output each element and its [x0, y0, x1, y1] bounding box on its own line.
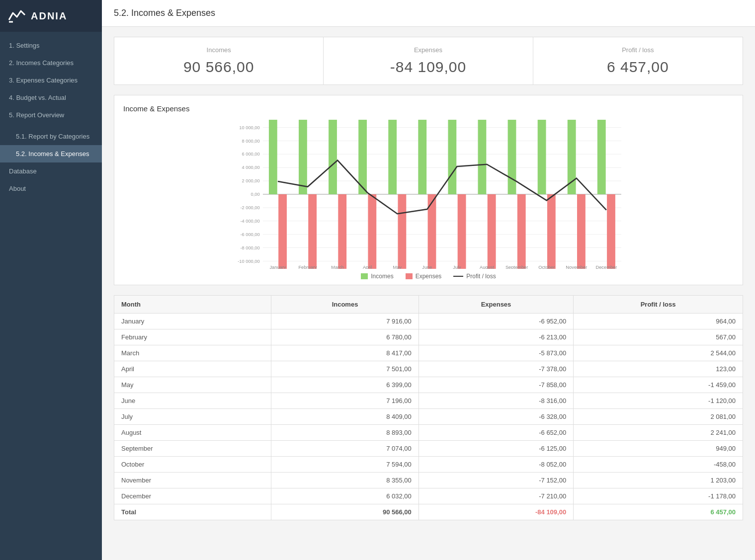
svg-text:10 000,00: 10 000,00	[239, 125, 259, 130]
month-label-december: December	[595, 265, 617, 269]
cell-expenses: -6 952,00	[419, 314, 573, 329]
svg-text:4 000,00: 4 000,00	[242, 165, 259, 170]
cell-month: October	[114, 457, 271, 473]
table-row: May 6 399,00 -7 858,00 -1 459,00	[114, 377, 743, 393]
kpi-row: Incomes 90 566,00 Expenses -84 109,00 Pr…	[114, 37, 743, 85]
bar-income-september	[508, 120, 516, 194]
cell-profit: 2 241,00	[574, 425, 743, 441]
col-month: Month	[114, 296, 271, 314]
bar-expense-december	[607, 194, 615, 269]
cell-total-month: Total	[114, 504, 271, 520]
kpi-expenses-label: Expenses	[336, 46, 520, 54]
sidebar-item-report-by-categories[interactable]: 5.1. Report by Categories	[0, 128, 102, 145]
cell-month: February	[114, 329, 271, 345]
kpi-profit-label: Profit / loss	[545, 46, 731, 54]
cell-month: July	[114, 409, 271, 425]
cell-expenses: -6 213,00	[419, 329, 573, 345]
legend-expenses-color	[406, 273, 413, 279]
svg-text:-4 000,00: -4 000,00	[240, 219, 259, 224]
bar-income-may	[388, 120, 397, 194]
sidebar-item-database[interactable]: Database	[0, 162, 102, 180]
cell-incomes: 7 594,00	[271, 457, 419, 473]
legend-incomes: Incomes	[361, 273, 393, 280]
bar-expense-march	[338, 194, 346, 269]
cell-incomes: 7 916,00	[271, 314, 419, 329]
svg-text:-8 000,00: -8 000,00	[240, 245, 259, 250]
table-row-total: Total 90 566,00 -84 109,00 6 457,00	[114, 504, 743, 520]
legend-profit: Profit / loss	[453, 273, 496, 280]
sidebar-item-incomes-expenses[interactable]: 5.2. Incomes & Expenses	[0, 145, 102, 162]
cell-expenses: -6 328,00	[419, 409, 573, 425]
month-label-april: April	[363, 265, 372, 269]
cell-incomes: 8 893,00	[271, 425, 419, 441]
bar-income-december	[597, 120, 606, 194]
table-row: June 7 196,00 -8 316,00 -1 120,00	[114, 393, 743, 409]
main-content: 5.2. Incomes & Expenses Incomes 90 566,0…	[102, 0, 755, 560]
month-label-october: October	[538, 265, 555, 269]
legend-expenses: Expenses	[406, 273, 442, 280]
month-label-january: January	[269, 265, 286, 269]
legend-profit-label: Profit / loss	[466, 273, 496, 280]
svg-text:0,00: 0,00	[251, 192, 260, 197]
cell-expenses: -6 125,00	[419, 441, 573, 457]
legend-profit-color	[453, 276, 463, 277]
cell-profit: 964,00	[574, 314, 743, 329]
bar-expense-january	[278, 194, 287, 269]
bar-chart: 10 000,00 8 000,00 6 000,00 4 000,00 2 0…	[123, 120, 734, 269]
bar-expense-february	[308, 194, 317, 269]
month-label-july: July	[453, 265, 461, 269]
month-label-march: March	[331, 265, 344, 269]
month-label-may: May	[393, 265, 402, 269]
sidebar-item-report-overview[interactable]: 5. Report Overview	[0, 106, 102, 124]
bar-expense-april	[368, 194, 376, 269]
cell-incomes: 7 074,00	[271, 441, 419, 457]
bar-expense-august	[488, 194, 496, 269]
kpi-expenses-value: -84 109,00	[336, 59, 520, 76]
cell-profit: 123,00	[574, 361, 743, 377]
cell-incomes: 7 501,00	[271, 361, 419, 377]
logo-text: ADNIA	[31, 10, 67, 22]
cell-profit: -458,00	[574, 457, 743, 473]
kpi-profit: Profit / loss 6 457,00	[533, 37, 743, 84]
chart-legend: Incomes Expenses Profit / loss	[123, 273, 734, 280]
bar-expense-may	[398, 194, 406, 269]
kpi-incomes-label: Incomes	[126, 46, 311, 54]
cell-profit: 949,00	[574, 441, 743, 457]
cell-month: December	[114, 488, 271, 504]
bar-income-november	[568, 120, 576, 194]
sidebar-item-incomes-categories[interactable]: 2. Incomes Categories	[0, 54, 102, 72]
cell-expenses: -6 652,00	[419, 425, 573, 441]
table-row: August 8 893,00 -6 652,00 2 241,00	[114, 425, 743, 441]
month-label-september: September	[505, 265, 528, 269]
logo-icon	[8, 9, 26, 23]
table-row: November 8 355,00 -7 152,00 1 203,00	[114, 473, 743, 488]
table-row: January 7 916,00 -6 952,00 964,00	[114, 314, 743, 329]
table-row: February 6 780,00 -6 213,00 567,00	[114, 329, 743, 345]
data-table: Month Incomes Expenses Profit / loss Jan…	[114, 295, 743, 520]
chart-container: 10 000,00 8 000,00 6 000,00 4 000,00 2 0…	[123, 120, 734, 269]
svg-text:-10 000,00: -10 000,00	[238, 259, 259, 264]
content-area: Incomes 90 566,00 Expenses -84 109,00 Pr…	[102, 27, 755, 530]
bar-income-october	[538, 120, 546, 194]
month-label-june: June	[422, 265, 432, 269]
month-label-november: November	[566, 265, 587, 269]
bar-expense-november	[577, 194, 586, 269]
cell-incomes: 7 196,00	[271, 393, 419, 409]
cell-profit: -1 120,00	[574, 393, 743, 409]
sidebar-item-budget-vs-actual[interactable]: 4. Budget vs. Actual	[0, 89, 102, 106]
svg-text:-6 000,00: -6 000,00	[240, 232, 259, 237]
cell-month: August	[114, 425, 271, 441]
sidebar-item-settings[interactable]: 1. Settings	[0, 37, 102, 54]
table-row: July 8 409,00 -6 328,00 2 081,00	[114, 409, 743, 425]
cell-month: March	[114, 345, 271, 361]
cell-total-expenses: -84 109,00	[419, 504, 573, 520]
table-row: December 6 032,00 -7 210,00 -1 178,00	[114, 488, 743, 504]
sidebar-item-about[interactable]: About	[0, 180, 102, 197]
sidebar-item-expenses-categories[interactable]: 3. Expenses Categories	[0, 72, 102, 89]
col-profit: Profit / loss	[574, 296, 743, 314]
legend-incomes-color	[361, 273, 368, 279]
legend-expenses-label: Expenses	[416, 273, 442, 280]
cell-incomes: 8 417,00	[271, 345, 419, 361]
kpi-incomes-value: 90 566,00	[126, 59, 311, 76]
cell-incomes: 8 355,00	[271, 473, 419, 488]
